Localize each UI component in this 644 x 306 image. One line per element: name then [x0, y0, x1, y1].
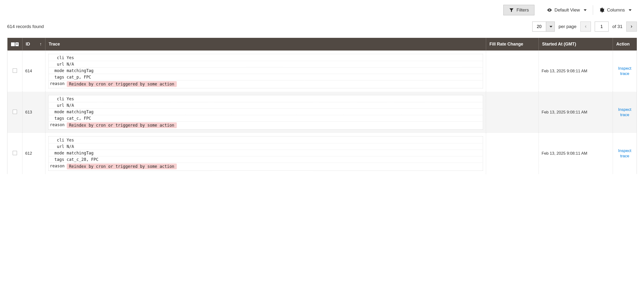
- reason-pill: Reindex by cron or triggered by some act…: [67, 164, 177, 169]
- records-found: 614 records found: [7, 24, 44, 29]
- trace-row-tags: tagscat_c, FPC: [49, 115, 482, 122]
- trace-value: cat_c, FPC: [67, 116, 482, 121]
- col-header-checkbox[interactable]: [8, 38, 22, 51]
- per-page-select[interactable]: [532, 22, 555, 32]
- trace-row-reason: reasonReindex by cron or triggered by so…: [49, 81, 482, 88]
- trace-key: cli: [50, 55, 67, 60]
- caret-down-icon: [629, 9, 632, 11]
- col-header-action[interactable]: Action: [613, 38, 637, 51]
- per-page-label: per page: [558, 24, 576, 29]
- row-checkbox-cell: [8, 51, 22, 92]
- row-checkbox-cell: [8, 92, 22, 133]
- prev-page-button[interactable]: [580, 22, 591, 32]
- row-trace: cliYesurlN/AmodematchingTagtagscat_c, FP…: [45, 92, 486, 133]
- row-checkbox[interactable]: [13, 69, 17, 73]
- row-action: Inspect trace: [613, 133, 637, 174]
- trace-key: tags: [50, 75, 67, 80]
- row-fill-rate: [486, 133, 539, 174]
- trace-row-mode: modematchingTag: [49, 150, 482, 156]
- reason-pill: Reindex by cron or triggered by some act…: [67, 81, 177, 87]
- select-all-dropdown[interactable]: [15, 42, 19, 47]
- trace-key: mode: [50, 109, 67, 114]
- table-row: 614cliYesurlN/AmodematchingTagtagscat_p,…: [8, 51, 637, 92]
- caret-down-icon: [584, 9, 586, 11]
- trace-row-cli: cliYes: [49, 96, 482, 102]
- inspect-trace-link[interactable]: Inspect trace: [616, 148, 634, 159]
- trace-key: url: [50, 144, 67, 149]
- trace-value: Reindex by cron or triggered by some act…: [67, 164, 482, 169]
- columns-label: Columns: [607, 8, 625, 13]
- trace-key: mode: [50, 68, 67, 73]
- col-header-started-at[interactable]: Started At (GMT): [539, 38, 613, 51]
- trace-value: cat_c_28, FPC: [67, 157, 482, 162]
- default-view-label: Default View: [554, 8, 580, 13]
- inspect-trace-link[interactable]: Inspect trace: [616, 66, 634, 76]
- columns-button[interactable]: Columns: [594, 6, 637, 14]
- chevron-left-icon: [584, 25, 587, 28]
- default-view-button[interactable]: Default View: [542, 6, 592, 14]
- trace-key: url: [50, 103, 67, 108]
- trace-row-url: urlN/A: [49, 102, 482, 109]
- row-trace: cliYesurlN/AmodematchingTagtagscat_p, FP…: [45, 51, 486, 92]
- trace-row-url: urlN/A: [49, 143, 482, 150]
- trace-key: cli: [50, 138, 67, 142]
- trace-row-tags: tagscat_c_28, FPC: [49, 156, 482, 163]
- inspect-trace-link[interactable]: Inspect trace: [616, 107, 634, 118]
- trace-key: mode: [50, 151, 67, 155]
- gear-icon: [599, 8, 604, 13]
- trace-value: cat_p, FPC: [67, 75, 482, 80]
- trace-value: Yes: [67, 55, 482, 60]
- filters-label: Filters: [516, 8, 529, 13]
- row-fill-rate: [486, 51, 539, 92]
- toolbar: Filters Default View Columns: [7, 5, 637, 15]
- trace-value: matchingTag: [67, 68, 482, 73]
- pagination: per page of 31: [532, 22, 637, 32]
- row-checkbox-cell: [8, 133, 22, 174]
- trace-row-mode: modematchingTag: [49, 68, 482, 74]
- trace-key: tags: [50, 157, 67, 162]
- trace-box: cliYesurlN/AmodematchingTagtagscat_c, FP…: [48, 95, 483, 130]
- meta-row: 614 records found per page of 31: [7, 22, 637, 32]
- trace-value: N/A: [67, 62, 482, 67]
- toolbar-separator: [593, 5, 593, 15]
- per-page-dropdown[interactable]: [546, 22, 555, 32]
- trace-value: Yes: [67, 138, 482, 142]
- col-header-trace[interactable]: Trace: [45, 38, 486, 51]
- trace-value: matchingTag: [67, 151, 482, 155]
- row-checkbox[interactable]: [13, 151, 17, 155]
- row-trace: cliYesurlN/AmodematchingTagtagscat_c_28,…: [45, 133, 486, 174]
- sort-asc-icon: ↑: [40, 42, 42, 47]
- select-all-checkbox[interactable]: [11, 42, 15, 47]
- row-id: 612: [22, 133, 45, 174]
- trace-row-cli: cliYes: [49, 55, 482, 61]
- row-id: 614: [22, 51, 45, 92]
- eye-icon: [547, 8, 552, 13]
- chevron-right-icon: [630, 25, 633, 28]
- trace-key: url: [50, 62, 67, 67]
- trace-row-reason: reasonReindex by cron or triggered by so…: [49, 163, 482, 170]
- col-header-id[interactable]: ID ↑: [22, 38, 45, 51]
- trace-row-cli: cliYes: [49, 137, 482, 143]
- trace-key: reason: [50, 81, 67, 87]
- current-page-input[interactable]: [595, 22, 608, 32]
- table-row: 612cliYesurlN/AmodematchingTagtagscat_c_…: [8, 133, 637, 174]
- trace-key: reason: [50, 164, 67, 169]
- trace-value: Yes: [67, 97, 482, 101]
- row-action: Inspect trace: [613, 92, 637, 133]
- trace-row-url: urlN/A: [49, 61, 482, 68]
- col-header-fill-rate[interactable]: Fill Rate Change: [486, 38, 539, 51]
- trace-value: N/A: [67, 103, 482, 108]
- trace-box: cliYesurlN/AmodematchingTagtagscat_c_28,…: [48, 136, 483, 171]
- row-checkbox[interactable]: [13, 110, 17, 114]
- trace-row-tags: tagscat_p, FPC: [49, 74, 482, 81]
- row-started-at: Feb 13, 2025 9:08:11 AM: [539, 92, 613, 133]
- trace-value: Reindex by cron or triggered by some act…: [67, 122, 482, 128]
- filters-button[interactable]: Filters: [503, 5, 534, 15]
- trace-value: N/A: [67, 144, 482, 149]
- reason-pill: Reindex by cron or triggered by some act…: [67, 122, 177, 128]
- per-page-input[interactable]: [532, 22, 546, 32]
- row-started-at: Feb 13, 2025 9:08:11 AM: [539, 133, 613, 174]
- trace-key: reason: [50, 122, 67, 128]
- next-page-button[interactable]: [626, 22, 637, 32]
- row-fill-rate: [486, 92, 539, 133]
